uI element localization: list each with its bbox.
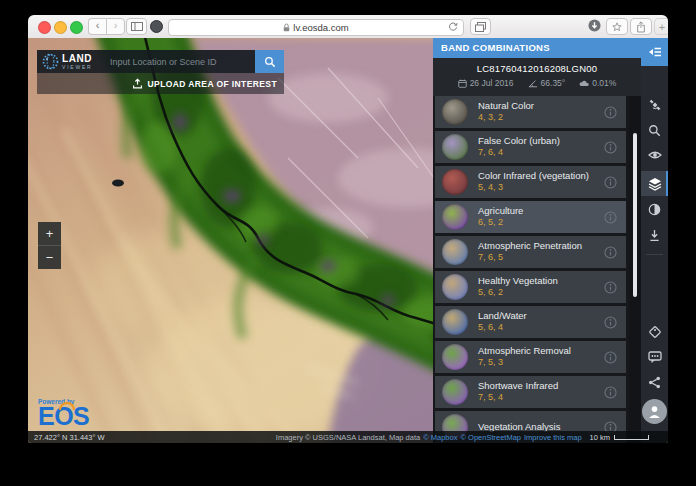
upload-area-of-interest[interactable]: UPLOAD AREA OF INTEREST <box>37 73 284 94</box>
scale-label: 10 km <box>590 433 610 442</box>
search-icon <box>648 124 661 137</box>
collapse-panel-icon <box>648 46 662 58</box>
visibility-button[interactable] <box>641 150 668 160</box>
download-button[interactable] <box>641 229 668 242</box>
layers-button[interactable] <box>641 177 668 191</box>
band-numbers: 4, 3, 2 <box>478 112 534 123</box>
band-item-atmospheric-removal[interactable]: Atmospheric Removal7, 5, 3 <box>435 341 626 373</box>
tab-overview-button[interactable] <box>470 18 491 35</box>
band-numbers: 7, 5, 4 <box>478 392 558 403</box>
downloads-icon <box>588 19 601 32</box>
user-account-button[interactable] <box>642 399 667 424</box>
info-icon[interactable] <box>604 280 617 298</box>
search-button[interactable] <box>255 50 284 73</box>
satellite-icon <box>648 98 662 112</box>
nav-buttons: ‹ › <box>88 18 125 35</box>
tags-button[interactable] <box>641 325 668 339</box>
landviewer-logo: LAND VIEWER <box>37 50 106 73</box>
info-icon[interactable] <box>604 140 617 158</box>
info-icon[interactable] <box>604 385 617 403</box>
band-numbers: 5, 6, 2 <box>478 287 558 298</box>
eye-icon <box>648 150 662 160</box>
zoom-window-button[interactable] <box>70 21 83 34</box>
minimize-window-button[interactable] <box>54 21 67 34</box>
band-item-color-infrared[interactable]: Color Infrared (vegetation)5, 4, 3 <box>435 166 626 198</box>
share-icon <box>636 21 646 33</box>
band-thumbnail <box>442 204 468 230</box>
pages-icon <box>475 22 486 32</box>
globe-icon <box>42 53 59 70</box>
zoom-in-button[interactable]: + <box>38 222 61 246</box>
contrast-button[interactable] <box>641 203 668 216</box>
reload-button[interactable] <box>448 22 458 34</box>
map-zoom-control: + − <box>38 222 61 269</box>
logo-title: LAND <box>62 54 93 64</box>
scene-date-group: 26 Jul 2016 <box>458 78 514 88</box>
mapbox-link[interactable]: © Mapbox <box>423 433 457 442</box>
band-thumbnail <box>442 379 468 405</box>
extension-icon[interactable] <box>150 20 163 33</box>
search-input[interactable] <box>106 50 255 73</box>
band-label: Color Infrared (vegetation) <box>478 170 589 182</box>
band-combinations-list: Natural Color4, 3, 2 False Color (urban)… <box>433 96 629 443</box>
band-item-land-water[interactable]: Land/Water5, 6, 4 <box>435 306 626 338</box>
share-icon <box>648 376 661 389</box>
info-icon[interactable] <box>604 350 617 368</box>
band-label: Atmospheric Penetration <box>478 240 582 252</box>
search-bar: LAND VIEWER <box>37 50 284 73</box>
sidebar-toggle-button[interactable] <box>126 18 147 35</box>
browser-toolbar: ‹ › lv.eosda.com <box>28 15 668 39</box>
band-item-natural-color[interactable]: Natural Color4, 3, 2 <box>435 96 626 128</box>
favorites-button[interactable] <box>606 18 628 35</box>
band-item-atmospheric-penetration[interactable]: Atmospheric Penetration7, 6, 5 <box>435 236 626 268</box>
close-window-button[interactable] <box>38 21 51 34</box>
screenshot-stage: ‹ › lv.eosda.com <box>0 0 696 486</box>
band-label: Land/Water <box>478 310 527 322</box>
new-tab-button[interactable]: + <box>654 18 668 35</box>
band-label: False Color (urban) <box>478 135 560 147</box>
info-icon[interactable] <box>604 315 617 333</box>
band-numbers: 6, 5, 2 <box>478 217 523 228</box>
openstreetmap-link[interactable]: © OpenStreetMap <box>460 433 521 442</box>
info-icon[interactable] <box>604 105 617 123</box>
layers-icon <box>648 177 662 191</box>
panel-header: BAND COMBINATIONS <box>433 38 668 58</box>
scene-sun-angle-group: 66.35° <box>528 78 566 88</box>
info-icon[interactable] <box>604 210 617 228</box>
map-status-bar: 27.422° N 31.443° W Imagery © USGS/NASA … <box>28 431 668 443</box>
scale-bar <box>614 435 649 440</box>
contrast-icon <box>648 203 661 216</box>
band-item-healthy-vegetation[interactable]: Healthy Vegetation5, 6, 2 <box>435 271 626 303</box>
band-label: Agriculture <box>478 205 523 217</box>
share-map-button[interactable] <box>641 376 668 389</box>
lock-icon <box>283 23 290 32</box>
info-icon[interactable] <box>604 175 617 193</box>
eos-logo[interactable]: Powered by EOS <box>38 398 89 427</box>
info-icon[interactable] <box>604 245 617 263</box>
band-item-agriculture[interactable]: Agriculture6, 5, 2 <box>435 201 626 233</box>
band-thumbnail <box>442 344 468 370</box>
address-bar[interactable]: lv.eosda.com <box>168 19 464 36</box>
forward-button[interactable]: › <box>106 18 125 35</box>
download-icon <box>648 229 661 242</box>
back-button[interactable]: ‹ <box>88 18 106 35</box>
search-tool-button[interactable] <box>641 124 668 137</box>
band-thumbnail <box>442 309 468 335</box>
feedback-button[interactable] <box>641 351 668 364</box>
satellites-button[interactable] <box>641 98 668 112</box>
share-button[interactable] <box>630 18 652 35</box>
map-attribution: Imagery © USGS/NASA Landsat, Map data <box>276 433 420 442</box>
band-item-false-color-urban[interactable]: False Color (urban)7, 6, 4 <box>435 131 626 163</box>
downloads-button[interactable] <box>585 18 604 33</box>
calendar-icon <box>458 79 467 88</box>
logo-subtitle: VIEWER <box>62 65 93 70</box>
band-thumbnail <box>442 134 468 160</box>
zoom-out-button[interactable]: − <box>38 246 61 269</box>
sidebar-icon <box>131 22 143 31</box>
collapse-panel-button[interactable] <box>641 38 668 66</box>
improve-map-link[interactable]: Improve this map <box>524 433 582 442</box>
band-item-shortwave-infrared[interactable]: Shortwave Infrared7, 5, 4 <box>435 376 626 408</box>
cloud-icon <box>579 79 589 87</box>
panel-title: BAND COMBINATIONS <box>441 42 550 53</box>
scrollbar-thumb[interactable] <box>633 133 637 297</box>
